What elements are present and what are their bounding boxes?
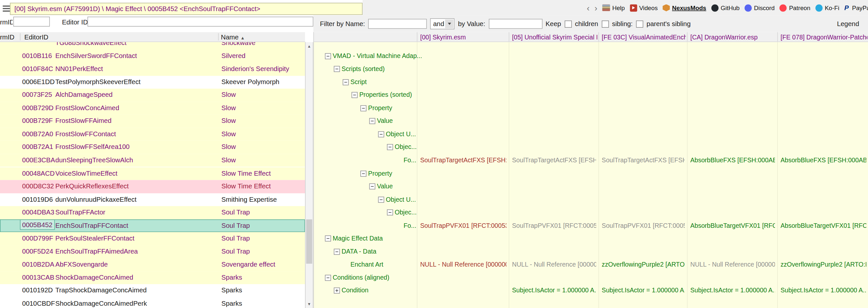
column-header-formid[interactable]: FormID (0, 32, 21, 43)
tree-row[interactable]: Object U... (314, 128, 868, 141)
cell-value[interactable]: NULL - Null Reference [000000... (420, 258, 506, 272)
tree-row[interactable]: Property (314, 102, 868, 115)
record-row[interactable]: 000B729DFrostSlowConcAimedSlow (0, 102, 305, 115)
tree-row[interactable]: VMAD - Virtual Machine Adap... (314, 50, 868, 62)
cell-value[interactable]: Subject.IsActor = 1.000000 A... (602, 284, 685, 298)
cell-value[interactable]: AbsorbBlueTargetVFX01 [RFCT... (690, 219, 775, 232)
cell-value[interactable]: NULL - Null Reference [000000... (512, 258, 596, 272)
link-videos[interactable]: Videos (630, 4, 658, 11)
tree-row[interactable]: Property (314, 167, 868, 180)
plugin-column-header[interactable]: [05] Unofficial Skyrim Special Ed... (512, 32, 597, 43)
cell-value[interactable]: SoulTrapPVFX01 [RFCT:00053... (602, 219, 685, 232)
record-row[interactable]: 000D799FPerkSoulStealerFFContactSoul Tra… (0, 232, 305, 246)
tree-node-label[interactable]: VMAD - Virtual Machine Adap... (333, 50, 422, 62)
tree-row[interactable]: Objec... (314, 206, 868, 219)
collapse-box-icon[interactable] (378, 131, 384, 138)
cell-value[interactable]: AbsorbBlueTargetVFX01 [RFCT... (780, 219, 866, 232)
record-row[interactable]: 00048ACDVoiceSlowTimeEffectSlow Time Eff… (0, 167, 305, 180)
tree-row[interactable]: ConditionSubject.IsActor = 1.000000 A...… (314, 284, 868, 298)
record-row[interactable]: 0010B2DAAbFXSovengardeSovengarde effect (0, 258, 305, 272)
filter-checkbox-1[interactable] (564, 20, 571, 27)
formid-input[interactable] (13, 17, 50, 27)
collapse-box-icon[interactable] (378, 197, 384, 203)
collapse-box-icon[interactable] (325, 275, 331, 281)
filter-value-input[interactable] (489, 19, 542, 29)
tree-node-label[interactable]: Script (350, 76, 367, 89)
record-row[interactable]: 000B72A0FrostSlowFFContactSlow (0, 128, 305, 141)
tree-node-label[interactable]: Properties (sorted) (359, 89, 412, 102)
cell-value[interactable]: SoulTrapTargetActFXS [EFSH:0... (420, 154, 506, 167)
cell-value[interactable]: Subject.IsActor = 1.000000 A... (780, 284, 866, 298)
tree-node-label[interactable]: Fo... (404, 219, 416, 232)
record-row[interactable]: TG08bShockwaveEffectShockwave (0, 42, 305, 50)
plugin-column-header[interactable]: [CA] DragonWarrior.esp (690, 32, 776, 43)
record-row[interactable]: 000B729FFrostSlowFFAimedSlow (0, 115, 305, 128)
tree-node-label[interactable]: Enchant Art (350, 258, 383, 272)
collapse-box-icon[interactable] (334, 66, 340, 72)
collapse-box-icon[interactable] (387, 144, 393, 150)
column-header-name[interactable]: Name ▲ (221, 32, 245, 43)
cell-value[interactable]: NULL - Null Reference [000000... (690, 258, 775, 272)
cell-value[interactable]: SoulTrapTargetActFXS [EFSH:0... (602, 154, 685, 167)
link-patreon[interactable]: Patreon (779, 4, 810, 11)
record-row[interactable]: 000F5D24EnchSoulTrapFFAimedAreaSoul Trap (0, 246, 305, 258)
plugin-column-header[interactable]: [FE 078] DragonWarrior-Patche... (780, 32, 867, 43)
record-row[interactable]: 00013CABShockDamageConcAimedSparks (0, 272, 305, 284)
tree-node-label[interactable]: Objec... (395, 141, 416, 154)
cell-value[interactable]: zzOverflowingPurple2 [ARTO:F... (602, 258, 685, 272)
record-row[interactable]: 0005B452EnchSoulTrapFFContactSoul Trap (0, 219, 305, 232)
tree-node-label[interactable]: Object U... (386, 193, 416, 206)
scroll-down-button[interactable]: ▼ (306, 300, 313, 308)
link-help[interactable]: Help (602, 5, 625, 11)
filter-operator-select[interactable]: and (430, 18, 455, 29)
tree-row[interactable]: Fo...SoulTrapPVFX01 [RFCT:00053...SoulTr… (314, 219, 868, 232)
cell-value[interactable]: AbsorbBlueFXS [EFSH:000ABF... (690, 154, 775, 167)
tree-row[interactable]: Properties (sorted) (314, 89, 868, 102)
filter-checkbox-2[interactable] (601, 20, 609, 27)
editorid-input[interactable] (88, 17, 313, 27)
column-header-editorid[interactable]: EditorID (24, 32, 49, 43)
tree-node-label[interactable]: Value (377, 115, 393, 128)
tree-row[interactable]: Fo...SoulTrapTargetActFXS [EFSH:0...Soul… (314, 154, 868, 167)
plugin-column-header[interactable]: [00] Skyrim.esm (420, 32, 508, 43)
tree-row[interactable]: Magic Effect Data (314, 232, 868, 246)
collapse-box-icon[interactable] (343, 79, 349, 85)
tree-row[interactable]: Script (314, 76, 868, 89)
collapse-box-icon[interactable] (325, 236, 331, 242)
tree-row[interactable]: Objec... (314, 141, 868, 154)
collapse-box-icon[interactable] (369, 118, 375, 124)
link-kofi[interactable]: Ko-Fi (815, 4, 839, 11)
collapse-box-icon[interactable] (387, 209, 393, 216)
collapse-box-icon[interactable] (369, 184, 375, 190)
record-row[interactable]: 0004DBA3SoulTrapFFActorSoul Trap (0, 206, 305, 219)
collapse-box-icon[interactable] (351, 92, 358, 98)
record-row[interactable]: 001019D6dunVolunruudPickaxeEffectSmithin… (0, 193, 305, 206)
cell-value[interactable]: Subject.IsActor = 1.000000 A... (512, 284, 596, 298)
link-github[interactable]: GitHub (711, 4, 739, 11)
filter-name-input[interactable] (368, 19, 427, 29)
collapse-box-icon[interactable] (360, 170, 367, 177)
tree-node-label[interactable]: Fo... (404, 154, 416, 167)
link-paypal[interactable]: PayPal (844, 4, 868, 11)
cell-value[interactable]: Subject.IsActor = 1.000000 A... (690, 284, 775, 298)
legend-link[interactable]: Legend (837, 20, 863, 28)
filter-checkbox-3[interactable] (636, 20, 643, 27)
scroll-up-button[interactable]: ▲ (306, 42, 313, 50)
tree-row[interactable]: Value (314, 115, 868, 128)
left-list-scrollbar[interactable]: ▲ ▼ (305, 42, 313, 308)
cell-value[interactable]: SoulTrapTargetActFXS [EFSH:0... (512, 154, 596, 167)
tree-node-label[interactable]: Scripts (sorted) (341, 62, 385, 76)
record-row[interactable]: 0010F84CNN01PerkEffectSinderion's Serend… (0, 62, 305, 76)
plugin-column-header[interactable]: [FE 03C] VisualAnimatedEnchan... (602, 32, 686, 43)
tree-node-label[interactable]: Conditions (aligned) (333, 272, 389, 284)
tree-row[interactable]: Enchant ArtNULL - Null Reference [000000… (314, 258, 868, 272)
nav-forward-button[interactable]: › (595, 4, 597, 12)
tree-node-label[interactable]: Object U... (386, 128, 416, 141)
record-row[interactable]: 000B72A1FrostSlowFFSelfArea100Slow (0, 141, 305, 154)
record-row[interactable]: 00073F25AlchDamageSpeedSlow (0, 89, 305, 102)
link-nexusmods[interactable]: NexusMods (663, 4, 706, 11)
nav-back-button[interactable]: ‹ (587, 4, 590, 12)
collapse-box-icon[interactable] (334, 249, 340, 255)
cell-value[interactable]: AbsorbBlueFXS [EFSH:000ABF... (780, 154, 866, 167)
tree-row[interactable]: Scripts (sorted) (314, 62, 868, 76)
